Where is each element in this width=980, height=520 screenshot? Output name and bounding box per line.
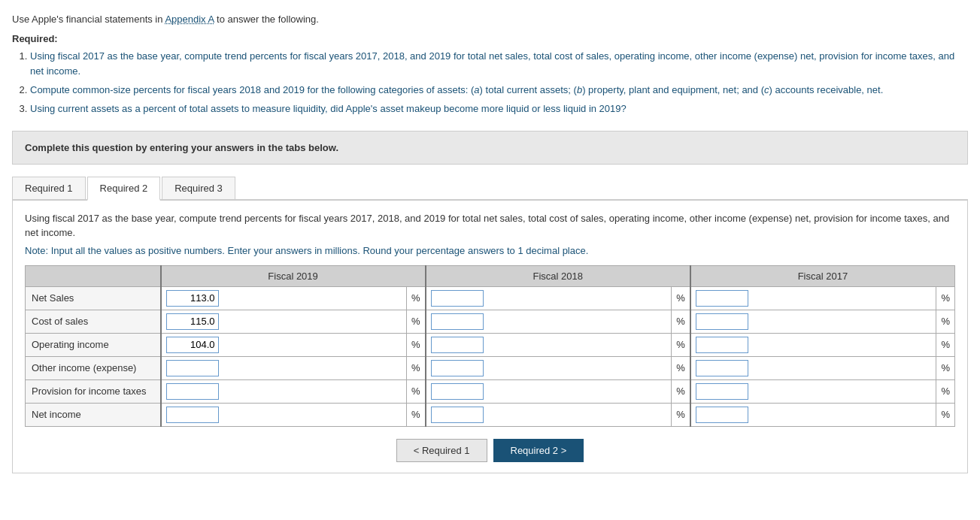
tab-required1[interactable]: Required 1 bbox=[12, 177, 86, 199]
input-fiscal2017-val-2[interactable] bbox=[696, 337, 748, 353]
cell-fiscal2017-val-0 bbox=[690, 286, 936, 310]
row-label-5: Net income bbox=[26, 403, 161, 426]
col-fiscal2018-header: Fiscal 2018 bbox=[426, 265, 690, 286]
tab-note: Note: Input all the values as positive n… bbox=[25, 245, 955, 256]
cell-fiscal2019-pct-4: % bbox=[407, 379, 426, 403]
cell-fiscal2017-val-5 bbox=[690, 403, 936, 426]
cell-fiscal2019-val-5 bbox=[161, 403, 407, 426]
requirement-2: Compute common-size percents for fiscal … bbox=[30, 83, 968, 98]
cell-fiscal2017-pct-1: % bbox=[936, 310, 955, 333]
cell-fiscal2017-val-4 bbox=[690, 379, 936, 403]
col-fiscal2019-header: Fiscal 2019 bbox=[161, 265, 426, 286]
cell-fiscal2019-pct-0: % bbox=[407, 286, 426, 310]
cell-fiscal2019-val-0 bbox=[161, 286, 407, 310]
req1-text: Using fiscal 2017 as the base year, comp… bbox=[30, 50, 954, 77]
required-header: Required: bbox=[12, 33, 968, 44]
cell-fiscal2019-pct-1: % bbox=[407, 310, 426, 333]
cell-fiscal2019-val-3 bbox=[161, 356, 407, 379]
col-fiscal2017-header: Fiscal 2017 bbox=[690, 265, 955, 286]
input-fiscal2019-val-3[interactable] bbox=[166, 360, 219, 376]
cell-fiscal2017-val-2 bbox=[690, 333, 936, 356]
cell-fiscal2017-pct-3: % bbox=[936, 356, 955, 379]
input-fiscal2017-val-3[interactable] bbox=[696, 360, 748, 376]
table-row: Operating income%%% bbox=[26, 333, 955, 356]
input-fiscal2019-val-2[interactable] bbox=[166, 337, 219, 353]
col-label-header bbox=[26, 265, 161, 286]
cell-fiscal2019-pct-3: % bbox=[407, 356, 426, 379]
prev-button[interactable]: < Required 1 bbox=[396, 439, 487, 462]
cell-fiscal2017-val-3 bbox=[690, 356, 936, 379]
input-fiscal2018-val-5[interactable] bbox=[431, 407, 484, 423]
intro-text-before: Use Apple's financial statements in bbox=[12, 14, 165, 25]
cell-fiscal2019-pct-5: % bbox=[407, 403, 426, 426]
cell-fiscal2018-pct-5: % bbox=[672, 403, 690, 426]
cell-fiscal2018-pct-3: % bbox=[672, 356, 690, 379]
input-fiscal2017-val-4[interactable] bbox=[696, 383, 748, 400]
cell-fiscal2017-pct-2: % bbox=[936, 333, 955, 356]
complete-box-text: Complete this question by entering your … bbox=[25, 142, 338, 153]
table-row: Cost of sales%%% bbox=[26, 310, 955, 333]
input-fiscal2017-val-1[interactable] bbox=[696, 313, 748, 330]
tab-description: Using fiscal 2017 as the base year, comp… bbox=[25, 211, 955, 240]
row-label-4: Provision for income taxes bbox=[26, 379, 161, 403]
table-row: Other income (expense)%%% bbox=[26, 356, 955, 379]
cell-fiscal2018-val-3 bbox=[426, 356, 672, 379]
table-header-row: Fiscal 2019 Fiscal 2018 Fiscal 2017 bbox=[26, 265, 955, 286]
tab-required3[interactable]: Required 3 bbox=[162, 177, 235, 199]
cell-fiscal2018-pct-2: % bbox=[672, 333, 690, 356]
row-label-0: Net Sales bbox=[26, 286, 161, 310]
cell-fiscal2017-pct-5: % bbox=[936, 403, 955, 426]
row-label-2: Operating income bbox=[26, 333, 161, 356]
input-fiscal2019-val-0[interactable] bbox=[166, 290, 219, 307]
next-button[interactable]: Required 2 > bbox=[493, 439, 584, 462]
table-row: Net Sales%%% bbox=[26, 286, 955, 310]
input-fiscal2019-val-1[interactable] bbox=[166, 313, 219, 330]
input-fiscal2019-val-5[interactable] bbox=[166, 407, 219, 423]
cell-fiscal2017-pct-0: % bbox=[936, 286, 955, 310]
cell-fiscal2019-pct-2: % bbox=[407, 333, 426, 356]
intro-paragraph: Use Apple's financial statements in Appe… bbox=[12, 12, 968, 27]
cell-fiscal2018-val-1 bbox=[426, 310, 672, 333]
input-fiscal2018-val-1[interactable] bbox=[431, 313, 484, 330]
input-fiscal2017-val-5[interactable] bbox=[696, 407, 748, 423]
cell-fiscal2017-val-1 bbox=[690, 310, 936, 333]
requirements-list: Using fiscal 2017 as the base year, comp… bbox=[30, 49, 968, 117]
tabs-row: Required 1 Required 2 Required 3 bbox=[12, 177, 968, 201]
table-row: Provision for income taxes%%% bbox=[26, 379, 955, 403]
nav-buttons: < Required 1 Required 2 > bbox=[25, 439, 955, 462]
cell-fiscal2018-pct-1: % bbox=[672, 310, 690, 333]
cell-fiscal2018-val-0 bbox=[426, 286, 672, 310]
input-fiscal2018-val-0[interactable] bbox=[431, 290, 484, 307]
intro-text-after: to answer the following. bbox=[214, 14, 318, 25]
complete-box: Complete this question by entering your … bbox=[12, 131, 968, 165]
cell-fiscal2017-pct-4: % bbox=[936, 379, 955, 403]
req3-text: Using current assets as a percent of tot… bbox=[30, 103, 627, 114]
cell-fiscal2018-val-2 bbox=[426, 333, 672, 356]
cell-fiscal2018-val-4 bbox=[426, 379, 672, 403]
input-fiscal2018-val-4[interactable] bbox=[431, 383, 484, 400]
cell-fiscal2019-val-2 bbox=[161, 333, 407, 356]
requirement-3: Using current assets as a percent of tot… bbox=[30, 101, 968, 117]
row-label-3: Other income (expense) bbox=[26, 356, 161, 379]
input-fiscal2018-val-2[interactable] bbox=[431, 337, 484, 353]
requirement-1: Using fiscal 2017 as the base year, comp… bbox=[30, 49, 968, 80]
appendix-link[interactable]: Appendix A bbox=[165, 14, 214, 25]
cell-fiscal2018-pct-4: % bbox=[672, 379, 690, 403]
input-fiscal2018-val-3[interactable] bbox=[431, 360, 484, 376]
data-table: Fiscal 2019 Fiscal 2018 Fiscal 2017 Net … bbox=[25, 265, 955, 427]
tab-content: Using fiscal 2017 as the base year, comp… bbox=[12, 201, 968, 473]
row-label-1: Cost of sales bbox=[26, 310, 161, 333]
table-row: Net income%%% bbox=[26, 403, 955, 426]
cell-fiscal2019-val-1 bbox=[161, 310, 407, 333]
cell-fiscal2019-val-4 bbox=[161, 379, 407, 403]
input-fiscal2019-val-4[interactable] bbox=[166, 383, 219, 400]
req2-text: Compute common-size percents for fiscal … bbox=[30, 84, 883, 95]
input-fiscal2017-val-0[interactable] bbox=[696, 290, 748, 307]
cell-fiscal2018-pct-0: % bbox=[672, 286, 690, 310]
cell-fiscal2018-val-5 bbox=[426, 403, 672, 426]
tab-required2[interactable]: Required 2 bbox=[87, 177, 161, 201]
